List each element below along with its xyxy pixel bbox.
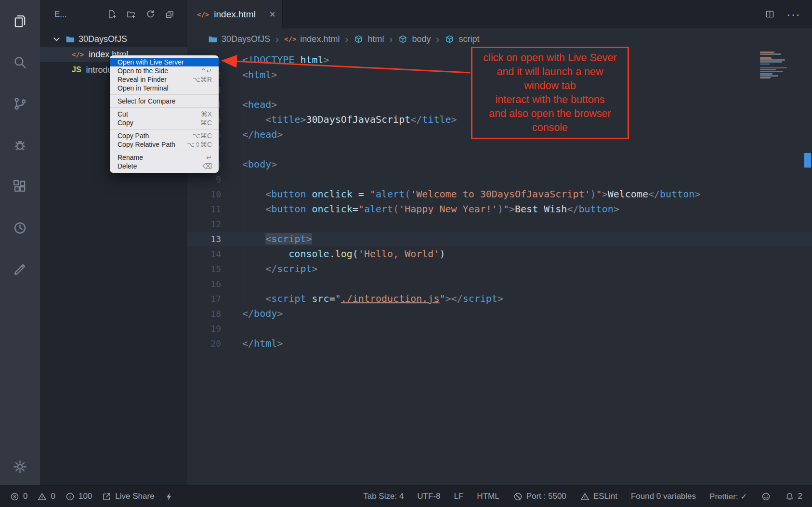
more-actions-icon[interactable]: ··· bbox=[786, 12, 800, 17]
status-eol[interactable]: LF bbox=[454, 492, 464, 501]
menu-item-rename[interactable]: Rename↵ bbox=[110, 153, 219, 162]
line-content: <script src="./introduction.js"></script… bbox=[221, 291, 503, 306]
status-encoding[interactable]: UTF-8 bbox=[417, 492, 440, 501]
menu-item-shortcut: ⌘C bbox=[200, 118, 212, 127]
minimap[interactable] bbox=[760, 52, 803, 79]
breadcrumb-label: script bbox=[458, 34, 479, 44]
new-file-icon[interactable] bbox=[107, 9, 117, 19]
menu-item-open-with-live-server[interactable]: Open with Live Server bbox=[110, 58, 219, 66]
clock-icon[interactable] bbox=[0, 207, 40, 248]
menu-item-label: Copy Path bbox=[118, 131, 149, 140]
status-feedback-smiley[interactable] bbox=[761, 492, 771, 502]
chevron-right-icon: › bbox=[344, 33, 349, 45]
menu-item-label: Delete bbox=[118, 162, 137, 170]
html-file-icon: </> bbox=[72, 51, 84, 58]
context-menu: Open with Live ServerOpen to the Side⌃↵R… bbox=[110, 55, 219, 173]
line-content: <script> bbox=[221, 232, 312, 247]
status-bolt[interactable] bbox=[164, 492, 174, 502]
annotation-line: window tab bbox=[473, 79, 627, 93]
menu-item-label: Copy bbox=[118, 118, 133, 127]
code-line[interactable]: 17 <script src="./introduction.js"></scr… bbox=[187, 291, 812, 306]
status-right: Tab Size: 4UTF-8LFHTMLPort : 5500ESLintF… bbox=[363, 492, 802, 502]
tree-folder-30daysofjs[interactable]: 30DaysOfJS bbox=[40, 31, 187, 47]
new-folder-icon[interactable] bbox=[126, 9, 136, 19]
line-number: 19 bbox=[187, 321, 221, 336]
status-info-count[interactable]: 100 bbox=[65, 492, 92, 502]
tab-index-html[interactable]: </> index.html × bbox=[187, 0, 283, 28]
breadcrumb-folder[interactable]: 30DaysOfJS bbox=[208, 34, 270, 44]
status-warnings[interactable]: 0 bbox=[37, 492, 55, 502]
menu-item-reveal-in-finder[interactable]: Reveal in Finder⌥⌘R bbox=[110, 75, 219, 84]
menu-item-copy-relative-path[interactable]: Copy Relative Path⌥⇧⌘C bbox=[110, 140, 219, 149]
status-tab-size[interactable]: Tab Size: 4 bbox=[363, 492, 404, 501]
status-live-share[interactable]: Live Share bbox=[102, 492, 154, 502]
explorer-icon[interactable] bbox=[0, 0, 40, 41]
menu-item-shortcut: ⌥⌘R bbox=[193, 75, 212, 84]
menu-item-label: Reveal in Finder bbox=[118, 75, 167, 84]
line-content: <body> bbox=[221, 157, 277, 172]
source-control-icon[interactable] bbox=[0, 83, 40, 124]
menu-item-select-for-compare[interactable]: Select for Compare bbox=[110, 97, 219, 105]
status-left: 00100Live Share bbox=[10, 492, 174, 502]
menu-item-copy-path[interactable]: Copy Path⌥⌘C bbox=[110, 131, 219, 140]
breadcrumb-symbol-html[interactable]: html bbox=[354, 34, 384, 44]
pen-icon[interactable] bbox=[0, 248, 40, 290]
status-label: 0 bbox=[23, 492, 27, 501]
code-line[interactable]: 12 bbox=[187, 217, 812, 232]
status-notifications-bell[interactable]: 2 bbox=[785, 492, 802, 502]
line-content bbox=[221, 82, 242, 97]
code-line[interactable]: 11 <button onclick="alert('Happy New Yea… bbox=[187, 202, 812, 217]
line-content: <!DOCTYPE html> bbox=[221, 52, 329, 67]
refresh-icon[interactable] bbox=[145, 9, 156, 19]
cube-icon bbox=[445, 34, 455, 44]
collapse-all-icon[interactable] bbox=[165, 9, 175, 19]
status-prettier[interactable]: Prettier: ✓ bbox=[709, 492, 747, 502]
run-debug-icon[interactable] bbox=[0, 124, 40, 166]
menu-item-label: Cut bbox=[118, 110, 128, 118]
breadcrumb-symbol-body[interactable]: body bbox=[398, 34, 431, 44]
menu-item-delete[interactable]: Delete⌫ bbox=[110, 162, 219, 170]
code-line[interactable]: 7 bbox=[187, 142, 812, 157]
chevron-right-icon: › bbox=[435, 33, 440, 45]
line-number: 17 bbox=[187, 291, 221, 306]
code-line[interactable]: 18</body> bbox=[187, 306, 812, 321]
line-content: </head> bbox=[221, 127, 283, 142]
status-eslint[interactable]: ESLint bbox=[580, 492, 617, 502]
code-line[interactable]: 19 bbox=[187, 321, 812, 336]
code-line[interactable]: 8<body> bbox=[187, 157, 812, 172]
code-line[interactable]: 9 bbox=[187, 172, 812, 187]
share-icon bbox=[102, 492, 112, 502]
status-errors[interactable]: 0 bbox=[10, 492, 27, 502]
menu-item-copy[interactable]: Copy⌘C bbox=[110, 118, 219, 127]
menu-item-cut[interactable]: Cut⌘X bbox=[110, 110, 219, 118]
menu-separator bbox=[110, 129, 219, 130]
menu-item-open-in-terminal[interactable]: Open in Terminal bbox=[110, 84, 219, 92]
status-language-mode[interactable]: HTML bbox=[477, 492, 499, 501]
split-editor-icon[interactable] bbox=[765, 9, 775, 19]
close-icon[interactable]: × bbox=[269, 8, 275, 21]
breadcrumb-symbol-script[interactable]: script bbox=[445, 34, 479, 44]
menu-item-label: Open to the Side bbox=[118, 66, 168, 75]
code-line[interactable]: 16 bbox=[187, 276, 812, 291]
breadcrumb-file[interactable]: </> index.html bbox=[284, 34, 340, 44]
status-label: UTF-8 bbox=[417, 492, 440, 501]
status-label: 0 bbox=[51, 492, 55, 501]
folder-label: 30DaysOfJS bbox=[79, 34, 127, 44]
warning-icon bbox=[37, 492, 47, 502]
menu-item-shortcut: ⌫ bbox=[202, 162, 212, 170]
code-line[interactable]: 10 <button onclick = "alert('Welcome to … bbox=[187, 187, 812, 202]
code-line[interactable]: 14 console.log('Hello, World') bbox=[187, 247, 812, 261]
settings-gear-icon[interactable] bbox=[0, 448, 40, 485]
status-variables[interactable]: Found 0 variables bbox=[631, 492, 696, 501]
menu-item-open-to-the-side[interactable]: Open to the Side⌃↵ bbox=[110, 66, 219, 75]
code-line[interactable]: 15 </script> bbox=[187, 261, 812, 276]
cube-icon bbox=[398, 34, 408, 44]
code-line[interactable]: 20</html> bbox=[187, 336, 812, 351]
search-icon[interactable] bbox=[0, 41, 40, 83]
scrollbar-indicator[interactable] bbox=[804, 153, 811, 168]
status-port[interactable]: Port : 5500 bbox=[513, 492, 566, 502]
extensions-icon[interactable] bbox=[0, 166, 40, 207]
line-number: 10 bbox=[187, 187, 221, 202]
code-line[interactable]: 13 <script> bbox=[187, 232, 812, 247]
menu-separator bbox=[110, 107, 219, 108]
